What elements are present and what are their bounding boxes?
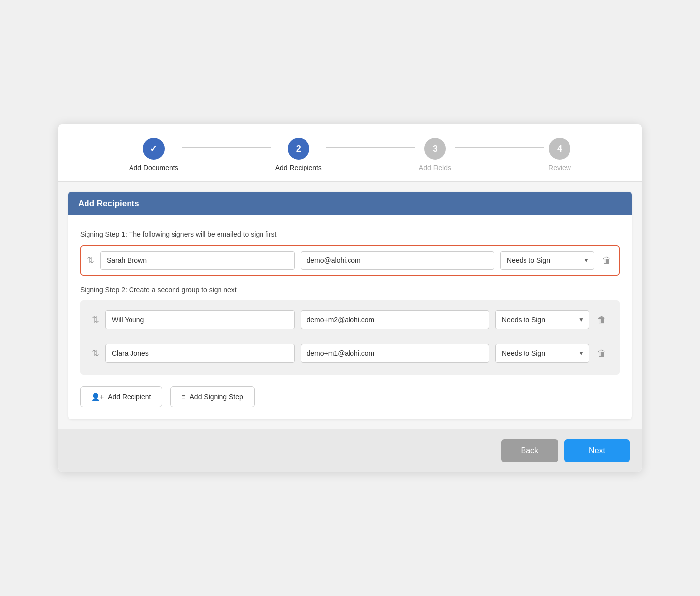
layers-icon: ≡ xyxy=(181,393,185,401)
recipient-2-email-input[interactable] xyxy=(301,310,490,329)
step-label-1: Add Documents xyxy=(129,164,178,171)
modal: ✓ Add Documents 2 Add Recipients 3 Add F… xyxy=(58,124,642,472)
step-label-3: Add Fields xyxy=(419,164,451,171)
step-circle-3: 3 xyxy=(424,138,446,160)
step-circle-1: ✓ xyxy=(143,138,165,160)
recipient-1-email-input[interactable] xyxy=(301,251,495,270)
step-label-2: Add Recipients xyxy=(275,164,322,171)
recipient-1-role-select[interactable]: Needs to Sign In Person Signer Receives … xyxy=(500,251,594,270)
sort-icon-2[interactable]: ⇅ xyxy=(92,314,99,325)
card-body: Signing Step 1: The following signers wi… xyxy=(68,215,632,419)
stepper: ✓ Add Documents 2 Add Recipients 3 Add F… xyxy=(58,124,642,182)
card-header-title: Add Recipients xyxy=(78,199,139,208)
add-recipients-card: Add Recipients Signing Step 1: The follo… xyxy=(68,192,632,419)
recipient-2-name-input[interactable] xyxy=(105,310,295,329)
step-add-fields: 3 Add Fields xyxy=(419,138,451,171)
step-circle-4: 4 xyxy=(549,138,570,160)
recipient-1-role-wrapper: Needs to Sign In Person Signer Receives … xyxy=(500,251,594,270)
step-number-3: 3 xyxy=(433,144,438,154)
main-content: Add Recipients Signing Step 1: The follo… xyxy=(58,182,642,429)
step-connector-1 xyxy=(182,147,271,148)
recipient-row-2: ⇅ Needs to Sign In Person Signer Receive… xyxy=(86,305,614,334)
action-buttons: 👤+ Add Recipient ≡ Add Signing Step xyxy=(80,386,620,407)
recipient-3-role-select[interactable]: Needs to Sign In Person Signer Receives … xyxy=(495,344,589,363)
add-signing-step-label: Add Signing Step xyxy=(190,393,243,401)
recipient-3-role-wrapper: Needs to Sign In Person Signer Receives … xyxy=(495,344,589,363)
footer: Back Next xyxy=(58,429,642,472)
signing-step-2-label: Signing Step 2: Create a second group to… xyxy=(80,286,620,294)
signing-step-1-label: Signing Step 1: The following signers wi… xyxy=(80,230,620,238)
step-connector-3 xyxy=(455,147,544,148)
add-recipient-button[interactable]: 👤+ Add Recipient xyxy=(80,386,162,407)
recipient-row-3: ⇅ Needs to Sign In Person Signer Receive… xyxy=(86,339,614,368)
step-label-4: Review xyxy=(548,164,571,171)
step-review: 4 Review xyxy=(548,138,571,171)
next-button[interactable]: Next xyxy=(564,439,630,462)
add-signing-step-button[interactable]: ≡ Add Signing Step xyxy=(170,386,254,407)
recipient-3-name-input[interactable] xyxy=(105,344,295,363)
add-recipient-label: Add Recipient xyxy=(108,393,151,401)
recipient-row-1-wrapper: ⇅ Needs to Sign In Person Signer Receive… xyxy=(80,245,620,276)
step-add-documents: ✓ Add Documents xyxy=(129,138,178,171)
step-number-4: 4 xyxy=(557,144,562,154)
step-add-recipients: 2 Add Recipients xyxy=(275,138,322,171)
recipient-1-name-input[interactable] xyxy=(100,251,295,270)
back-button[interactable]: Back xyxy=(501,439,559,462)
sort-icon-3[interactable]: ⇅ xyxy=(92,348,99,359)
step-connector-2 xyxy=(326,147,415,148)
recipient-row-1: ⇅ Needs to Sign In Person Signer Receive… xyxy=(81,246,619,275)
recipient-3-email-input[interactable] xyxy=(301,344,490,363)
checkmark-icon: ✓ xyxy=(150,143,157,154)
recipient-2-role-wrapper: Needs to Sign In Person Signer Receives … xyxy=(495,310,589,329)
card-header: Add Recipients xyxy=(68,192,632,215)
delete-recipient-1-button[interactable]: 🗑 xyxy=(600,254,613,268)
step-circle-2: 2 xyxy=(288,138,309,160)
add-person-icon: 👤+ xyxy=(91,393,104,401)
sort-icon-1[interactable]: ⇅ xyxy=(87,255,94,266)
signing-step-2-group: ⇅ Needs to Sign In Person Signer Receive… xyxy=(80,300,620,375)
delete-recipient-2-button[interactable]: 🗑 xyxy=(595,313,608,327)
recipient-2-role-select[interactable]: Needs to Sign In Person Signer Receives … xyxy=(495,310,589,329)
step-number-2: 2 xyxy=(296,144,301,154)
delete-recipient-3-button[interactable]: 🗑 xyxy=(595,346,608,361)
